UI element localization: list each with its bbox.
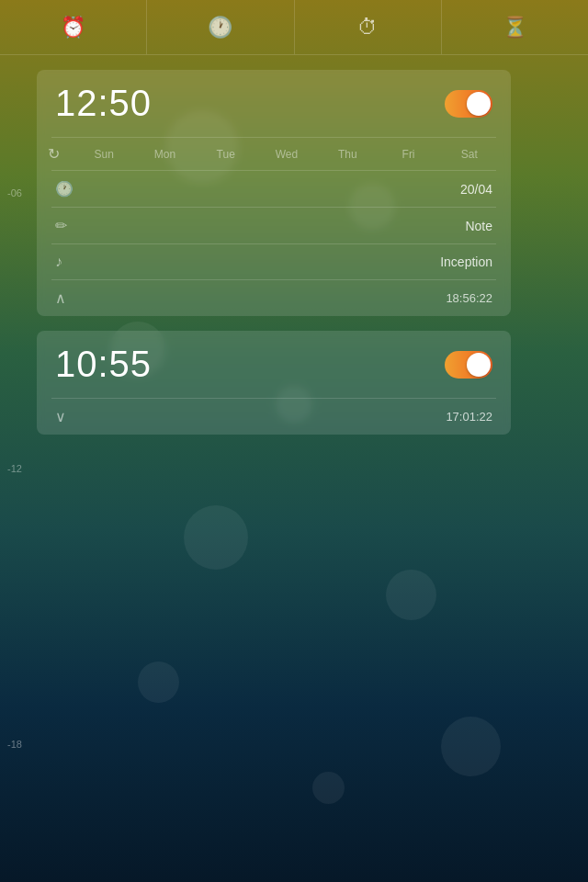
day-sat: Sat <box>439 148 500 161</box>
day-tue: Tue <box>196 148 256 161</box>
alarm-1-days-row[interactable]: ↻ Sun Mon Tue Wed Thu Fri Sat <box>37 138 511 170</box>
day-fri: Fri <box>378 148 438 161</box>
top-nav: ⏰ 🕐 ⏱ ⏳ <box>0 0 588 55</box>
alarm-1-toggle-knob <box>467 92 491 116</box>
nav-timer[interactable]: ⏱ <box>295 0 442 54</box>
alarm-1-next-time: 18:56:22 <box>446 291 492 305</box>
day-wed: Wed <box>256 148 317 161</box>
alarm-1-ringtone-row[interactable]: ♪ Inception <box>37 244 511 279</box>
clock-icon: 🕐 <box>55 180 77 198</box>
repeat-icon: ↻ <box>48 145 70 163</box>
scale-label-2: -12 <box>7 463 22 474</box>
alarm-2-next-time: 17:01:22 <box>446 410 492 424</box>
alarm-nav-icon: ⏰ <box>61 16 85 40</box>
nav-clock[interactable]: 🕐 <box>147 0 294 54</box>
day-mon: Mon <box>134 148 195 161</box>
alarm-card-2: 10:55 ∨ 17:01:22 <box>37 331 511 435</box>
pencil-icon: ✏ <box>55 217 77 234</box>
alarm-1-date-row[interactable]: 🕐 20/04 <box>37 171 511 207</box>
alarm-1-note-row[interactable]: ✏ Note <box>37 208 511 243</box>
alarm-1-note: Note <box>465 219 492 233</box>
alarm-2-header: 10:55 <box>37 331 511 398</box>
alarm-1-collapse-row[interactable]: ∧ 18:56:22 <box>37 280 511 316</box>
clock-nav-icon: 🕐 <box>208 16 232 40</box>
alarm-1-ringtone: Inception <box>440 254 492 269</box>
alarm-2-toggle[interactable] <box>445 351 492 379</box>
music-icon: ♪ <box>55 254 77 270</box>
scale-label-3: -18 <box>7 739 22 750</box>
nav-stopwatch[interactable]: ⏳ <box>442 0 588 54</box>
alarm-card-1: 12:50 ↻ Sun Mon Tue Wed Thu Fri Sat 🕐 20… <box>37 70 511 316</box>
alarms-list: 12:50 ↻ Sun Mon Tue Wed Thu Fri Sat 🕐 20… <box>0 55 588 449</box>
alarm-1-time: 12:50 <box>55 83 152 124</box>
nav-alarm[interactable]: ⏰ <box>0 0 147 54</box>
alarm-2-expand-row[interactable]: ∨ 17:01:22 <box>37 399 511 435</box>
stopwatch-nav-icon: ⏳ <box>503 16 527 40</box>
day-sun: Sun <box>74 148 134 161</box>
chevron-down-icon: ∨ <box>55 408 66 425</box>
timer-nav-icon: ⏱ <box>357 16 378 40</box>
alarm-2-toggle-knob <box>467 353 491 377</box>
alarm-2-time: 10:55 <box>55 344 152 385</box>
alarm-1-header: 12:50 <box>37 70 511 137</box>
chevron-up-icon: ∧ <box>55 289 66 307</box>
alarm-1-toggle[interactable] <box>445 90 492 118</box>
day-thu: Thu <box>317 148 378 161</box>
alarm-1-date: 20/04 <box>460 182 492 197</box>
